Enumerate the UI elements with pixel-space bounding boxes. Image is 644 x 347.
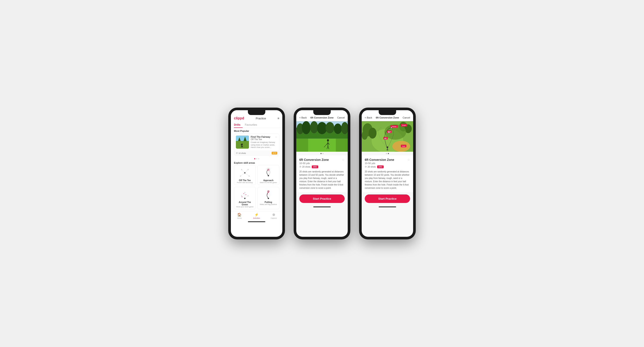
- phone-3: < Back 6ft Conversion Zone Cancel: [359, 108, 416, 239]
- detail-desc-2: 20 shots are randomly generated at dista…: [299, 170, 345, 190]
- drill-shots: ⏱ 10 shots: [236, 152, 246, 154]
- nav-activities[interactable]: ⚡ Activities: [248, 213, 265, 219]
- cancel-button-2[interactable]: Cancel: [337, 116, 345, 119]
- back-button-3[interactable]: < Back: [365, 116, 372, 119]
- skill-card-putting[interactable]: Putting Make and lag practice: [258, 187, 279, 209]
- svg-point-42: [310, 121, 318, 133]
- detail-shots-row-2: ⏱ 20 shots ARG: [299, 165, 345, 168]
- skill-desc-ott: Power and accuracy: [237, 182, 253, 184]
- detail-fav-icon-3[interactable]: ☆: [407, 158, 410, 162]
- skill-name-atg: Around The Green: [236, 201, 254, 206]
- detail-title-2: 6ft Conversion Zone: [310, 116, 334, 119]
- skill-name-putting: Putting: [265, 201, 272, 203]
- skill-card-approach[interactable]: Approach Dial-in to hit the green: [258, 165, 279, 185]
- nav-capture[interactable]: ⊕ Capture: [265, 213, 282, 219]
- svg-point-32: [244, 193, 244, 194]
- drill-description: Create an imaginary fairway using trees …: [251, 141, 277, 149]
- svg-point-43: [317, 122, 327, 134]
- golf-map: Hit Miss Fairway Rough Sand: [362, 121, 413, 152]
- phone-notch-2: [313, 110, 331, 115]
- activities-icon: ⚡: [254, 213, 259, 217]
- svg-text:Rough: Rough: [402, 125, 406, 126]
- detail-shots-3: ⏱ 20 shots: [365, 166, 376, 168]
- detail-footer-2: Start Practice: [296, 192, 348, 205]
- cancel-button-3[interactable]: Cancel: [403, 116, 410, 119]
- svg-rect-1: [236, 136, 249, 141]
- detail-range-2: 10-50 yds: [299, 162, 345, 165]
- svg-point-49: [327, 139, 329, 141]
- home-icon: 🏠: [237, 213, 242, 217]
- back-button-2[interactable]: < Back: [299, 116, 307, 119]
- off-the-tee-icon: [237, 167, 252, 178]
- most-popular-label: Most Popular: [231, 128, 282, 134]
- nav-home-label: Home: [237, 217, 242, 219]
- skill-desc-atg: Hone your short game: [236, 206, 253, 208]
- hamburger-icon[interactable]: ≡: [278, 117, 279, 120]
- dot-2[interactable]: [256, 158, 257, 159]
- ott-badge: OTT: [272, 152, 277, 155]
- phone-1: clippd Practice ≡ Drills Favourites Most…: [228, 108, 285, 239]
- svg-point-41: [302, 121, 310, 134]
- svg-text:Sand: Sand: [402, 146, 405, 147]
- screen-drill-detail-map: < Back 6ft Conversion Zone Cancel: [362, 110, 413, 237]
- detail-body-2: 6ft Conversion Zone ☆ 10-50 yds ⏱ 20 sho…: [296, 155, 348, 192]
- skill-desc-approach: Dial-in to hit the green: [260, 182, 277, 184]
- svg-point-4: [241, 144, 243, 145]
- tab-bar: Drills Favourites: [231, 122, 282, 128]
- featured-drill-card[interactable]: Find The Fairway Off The Tee ☆ Create an…: [234, 134, 279, 156]
- tab-drills[interactable]: Drills: [234, 122, 243, 128]
- detail-footer-3: Start Practice: [362, 192, 413, 205]
- around-green-icon: [237, 189, 252, 200]
- golf-photo-svg: [296, 121, 348, 152]
- skill-card-off-the-tee[interactable]: Off The Tee Power and accuracy: [234, 165, 256, 185]
- nav-activities-label: Activities: [253, 217, 260, 219]
- svg-point-45: [334, 124, 342, 134]
- detail-drill-title-3: 6ft Conversion Zone: [365, 158, 394, 162]
- svg-point-79: [384, 138, 386, 139]
- skill-grid: Off The Tee Power and accuracy: [231, 165, 282, 211]
- detail-desc-3: 20 shots are randomly generated at dista…: [365, 170, 410, 190]
- start-practice-button-2[interactable]: Start Practice: [299, 194, 345, 203]
- detail-shots-2: ⏱ 20 shots: [299, 166, 310, 168]
- dot-active-2[interactable]: [320, 153, 322, 154]
- svg-point-44: [326, 122, 334, 133]
- dot-inactive-3[interactable]: [386, 153, 387, 154]
- skill-name-approach: Approach: [263, 179, 274, 182]
- detail-fav-icon-2[interactable]: ☆: [342, 158, 345, 162]
- nav-capture-label: Capture: [270, 217, 277, 219]
- dot-inactive-2[interactable]: [322, 153, 324, 154]
- svg-line-13: [245, 173, 249, 176]
- home-indicator-2: [313, 206, 331, 207]
- drill-thumbnail: [236, 136, 249, 149]
- home-indicator-3: [379, 206, 396, 207]
- clock-icon-3: ⏱: [365, 166, 367, 168]
- clock-icon: ⏱: [236, 152, 238, 154]
- approach-icon: [261, 167, 276, 178]
- tab-favourites[interactable]: Favourites: [245, 122, 259, 128]
- nav-home[interactable]: 🏠 Home: [231, 213, 248, 219]
- putting-icon: [261, 189, 276, 200]
- svg-point-81: [391, 127, 392, 128]
- phone-notch-3: [379, 110, 396, 115]
- svg-point-80: [388, 132, 390, 133]
- detail-range-3: 10-50 yds: [365, 162, 410, 165]
- dot-1[interactable]: [254, 158, 255, 159]
- drill-thumbnail-image: [236, 136, 249, 149]
- svg-line-11: [245, 170, 248, 173]
- favourite-icon[interactable]: ☆: [275, 136, 277, 139]
- phone-notch: [248, 110, 265, 115]
- svg-point-60: [369, 128, 376, 139]
- start-practice-button-3[interactable]: Start Practice: [365, 194, 410, 203]
- carousel-dots: [231, 157, 282, 160]
- screen-practice-list: clippd Practice ≡ Drills Favourites Most…: [231, 110, 282, 237]
- dot-active-3[interactable]: [388, 153, 389, 154]
- svg-line-10: [242, 170, 245, 173]
- detail-body-3: 6ft Conversion Zone ☆ 10-50 yds ⏱ 20 sho…: [362, 155, 413, 192]
- skill-card-around-green[interactable]: Around The Green Hone your short game: [234, 187, 256, 209]
- screen-drill-detail-photo: < Back 6ft Conversion Zone Cancel: [296, 110, 348, 237]
- svg-line-12: [240, 173, 245, 176]
- capture-icon: ⊕: [272, 213, 275, 217]
- dot-3[interactable]: [258, 158, 259, 159]
- detail-dots-2: [296, 152, 348, 155]
- drill-subtitle: Off The Tee: [251, 138, 270, 141]
